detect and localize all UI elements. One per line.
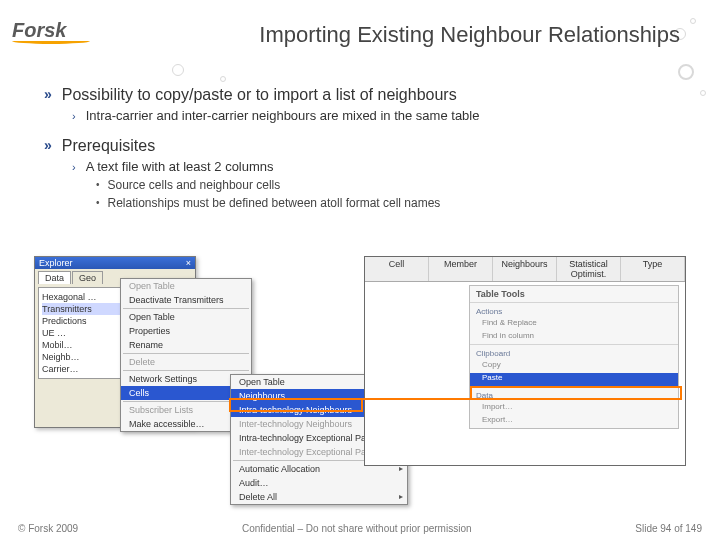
menu-item[interactable]: Rename (121, 338, 251, 352)
menu-item[interactable]: Open Table (121, 310, 251, 324)
panel-option[interactable]: Import… (470, 402, 678, 415)
menu-item[interactable]: Deactivate Transmitters (121, 293, 251, 307)
menu-item[interactable]: Delete All (231, 490, 407, 504)
bullet-prerequisites: Prerequisites (62, 137, 155, 155)
header: Forsk Importing Existing Neighbour Relat… (0, 0, 720, 56)
screenshot-collage: Explorer × Data Geo Hexagonal … Transmit… (34, 256, 688, 492)
group-data: Data (470, 387, 678, 402)
col-member[interactable]: Member (429, 257, 493, 281)
menu-item[interactable]: Delete (121, 355, 251, 369)
explorer-title: Explorer (39, 258, 73, 268)
sub-bullet-icon: › (72, 161, 76, 173)
table-tools-panel: Table Tools Actions Find & Replace Find … (469, 285, 679, 429)
footer-confidential: Confidential – Do not share without prio… (242, 523, 472, 534)
logo-text: Forsk (12, 19, 66, 41)
bullet-intra-inter: Intra-carrier and inter-carrier neighbou… (86, 108, 480, 123)
col-type[interactable]: Type (621, 257, 685, 281)
bullet-relationships: Relationships must be defined between at… (108, 196, 441, 210)
tab-data[interactable]: Data (38, 271, 71, 284)
bullet-text-file: A text file with at least 2 columns (86, 159, 274, 174)
bullet-icon: » (44, 86, 52, 102)
grid-header: Cell Member Neighbours Statistical Optim… (365, 257, 685, 282)
bullet-icon: » (44, 137, 52, 153)
col-cell[interactable]: Cell (365, 257, 429, 281)
content: » Possibility to copy/paste or to import… (0, 56, 720, 210)
bullet-copy-paste: Possibility to copy/paste or to import a… (62, 86, 457, 104)
logo: Forsk (12, 19, 90, 44)
panel-option[interactable]: Find & Replace (470, 318, 678, 331)
dot-bullet-icon: • (96, 197, 100, 208)
menu-item[interactable]: Properties (121, 324, 251, 338)
footer: © Forsk 2009 Confidential – Do not share… (0, 523, 720, 534)
grid-window: Cell Member Neighbours Statistical Optim… (364, 256, 686, 466)
panel-option[interactable]: Export… (470, 415, 678, 428)
footer-slide-number: Slide 94 of 149 (635, 523, 702, 534)
col-stat[interactable]: Statistical Optimist. (557, 257, 621, 281)
menu-item[interactable]: Open Table (121, 279, 251, 293)
sub-bullet-icon: › (72, 110, 76, 122)
footer-copyright: © Forsk 2009 (18, 523, 78, 534)
panel-option[interactable]: Find in column (470, 331, 678, 344)
close-icon[interactable]: × (186, 258, 191, 268)
group-actions: Actions (470, 303, 678, 318)
group-clipboard: Clipboard (470, 345, 678, 360)
menu-item[interactable]: Audit… (231, 476, 407, 490)
page-title: Importing Existing Neighbour Relationshi… (259, 22, 680, 48)
dot-bullet-icon: • (96, 179, 100, 190)
tab-geo[interactable]: Geo (72, 271, 103, 284)
explorer-titlebar: Explorer × (35, 257, 195, 269)
bullet-source-cells: Source cells and neighbour cells (108, 178, 281, 192)
panel-option[interactable]: Copy (470, 360, 678, 373)
panel-title: Table Tools (470, 286, 678, 302)
col-neighbours[interactable]: Neighbours (493, 257, 557, 281)
panel-option-paste[interactable]: Paste (470, 373, 678, 386)
